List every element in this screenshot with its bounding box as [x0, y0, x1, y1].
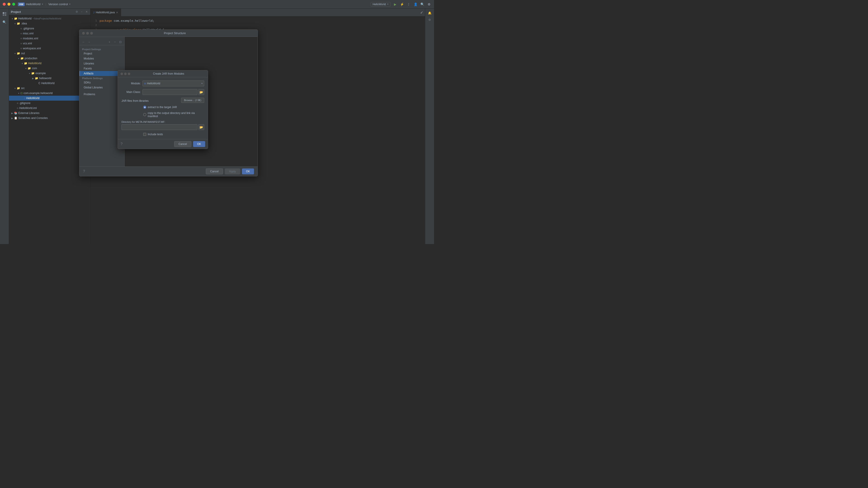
nav-item-facets[interactable]: Facets	[80, 66, 124, 71]
nav-remove-icon[interactable]: −	[113, 39, 117, 44]
main-class-browse-button[interactable]: 📂	[198, 89, 204, 95]
close-window-button[interactable]	[3, 3, 6, 6]
tree-item-example-out[interactable]: ▾ 📁 example	[9, 71, 90, 76]
activity-bar: 🔍 ⎇ ▶ 🐛 ⊞ 🔨 🔔 🧩	[0, 8, 9, 244]
account-icon[interactable]: 👤	[413, 2, 418, 6]
run-button[interactable]: ▶	[393, 2, 397, 6]
nav-copy-icon[interactable]: ⊡	[118, 39, 123, 44]
tree-item-vcs-xml[interactable]: ▾ ○ vcs.xml	[9, 41, 90, 46]
scratches-icon: 📋	[14, 117, 18, 120]
find-icon[interactable]: 🔍	[1, 19, 8, 26]
version-control-label[interactable]: Version control	[49, 2, 68, 6]
run-config-name: HelloWorld	[373, 3, 386, 6]
jar-minimize-button[interactable]	[124, 72, 127, 75]
tree-item-com-src[interactable]: ▾ ⊡ com.example.helloworld	[9, 91, 90, 96]
project-tree: ▾ 📁 HelloWorld ~/IdeaProjects/HelloWorld…	[9, 15, 90, 244]
tree-item-idea[interactable]: ▾ 📁 .idea	[9, 21, 90, 26]
nav-item-modules[interactable]: Modules	[80, 56, 124, 61]
module-dropdown-icon: ▾	[201, 82, 203, 85]
copy-radio-row[interactable]: copy to the output directory and link vi…	[121, 112, 204, 118]
jar-close-button[interactable]	[121, 72, 123, 75]
tree-item-helloworld-pkg[interactable]: ▶ 📁 helloworld	[9, 76, 90, 81]
nav-item-libraries[interactable]: Libraries	[80, 61, 124, 66]
version-control-dropdown-icon[interactable]: ▾	[69, 3, 70, 6]
extract-radio-row[interactable]: extract to the target JAR	[121, 105, 204, 109]
dialog-title-bar: Project Structure	[80, 30, 257, 37]
arrow-com-out: ▾	[24, 67, 27, 70]
tree-item-gitignore-idea[interactable]: ▾ ○ .gitignore	[9, 26, 90, 31]
tree-item-modules-xml[interactable]: ▾ ○ modules.xml	[9, 36, 90, 41]
app-project-name[interactable]: HelloWorld	[26, 2, 40, 6]
dialog-cancel-button[interactable]: Cancel	[206, 169, 223, 174]
tree-item-misc[interactable]: ▾ ○ misc.xml	[9, 31, 90, 36]
tree-item-external-libs[interactable]: ▶ 📚 External Libraries	[9, 111, 90, 116]
tree-item-helloworld-out[interactable]: ▾ 📁 HelloWorld	[9, 61, 90, 66]
create-jar-dialog: Create JAR from Modules Module: ⊞ HelloW…	[118, 70, 208, 149]
include-tests-checkbox[interactable]	[143, 133, 146, 136]
maximize-window-button[interactable]	[12, 3, 15, 6]
tree-item-out[interactable]: ▾ 📁 out	[9, 51, 90, 56]
settings-gutter-icon[interactable]: ⚙	[427, 17, 432, 22]
include-tests-row[interactable]: Include tests	[121, 133, 204, 136]
dialog-apply-button[interactable]: Apply	[225, 169, 240, 174]
editor-tab-helloworld[interactable]: J HelloWorld.java ✕	[90, 8, 121, 17]
project-gear-icon[interactable]: ⚙	[75, 10, 79, 13]
dialog-help-icon[interactable]: ?	[83, 170, 85, 174]
main-class-label: Main Class:	[121, 90, 141, 94]
copy-radio-button[interactable]	[143, 113, 146, 116]
dialog-close-button[interactable]	[82, 32, 85, 35]
tree-item-helloworld-class[interactable]: ▾ C HelloWorld	[9, 81, 90, 86]
module-select[interactable]: ⊞ HelloWorld ▾	[143, 81, 204, 86]
jar-help-icon[interactable]: ?	[121, 142, 123, 146]
tree-item-label: HelloWorld	[18, 17, 31, 20]
project-view-icon[interactable]	[1, 10, 8, 18]
main-class-input[interactable]	[143, 89, 197, 95]
project-hide-icon[interactable]: ✕	[85, 10, 88, 13]
tree-item-gitignore-root[interactable]: ▾ ○ .gitignore	[9, 101, 90, 105]
minimize-window-button[interactable]	[7, 3, 10, 6]
copy-radio-label: copy to the output directory and link vi…	[148, 112, 204, 118]
project-dropdown-icon[interactable]: ▾	[42, 3, 43, 6]
tree-item-helloworld-iml[interactable]: ▾ ○ HelloWorld.iml	[9, 105, 90, 111]
tree-item-label: vcs.xml	[23, 42, 32, 45]
tree-item-helloworld-root[interactable]: ▾ 📁 HelloWorld ~/IdeaProjects/HelloWorld	[9, 16, 90, 21]
tab-close-button[interactable]: ✕	[116, 11, 118, 14]
dialog-ok-button[interactable]: OK	[242, 169, 254, 174]
tree-item-helloworld-java[interactable]: ▾ J HelloWorld	[9, 96, 90, 101]
notifications-gutter-icon[interactable]: 🔔	[427, 10, 432, 16]
extract-radio-button[interactable]	[143, 105, 146, 109]
dialog-minimize-button[interactable]	[86, 32, 89, 35]
jar-maximize-button[interactable]	[128, 72, 130, 75]
nav-item-project[interactable]: Project	[80, 51, 124, 56]
dialog-footer: ? Cancel Apply OK	[80, 166, 257, 176]
tree-item-com-out[interactable]: ▾ 📁 com	[9, 66, 90, 71]
settings-icon[interactable]: ⚙	[427, 2, 431, 6]
project-collapse-icon[interactable]: −	[80, 10, 84, 13]
nav-add-icon[interactable]: +	[107, 39, 112, 44]
check-icon[interactable]: ✓	[420, 10, 423, 15]
more-actions-button[interactable]: ⋮	[406, 2, 411, 6]
arrow-helloworld-out: ▾	[21, 62, 24, 65]
search-everywhere-icon[interactable]: 🔍	[420, 2, 425, 6]
svg-rect-1	[5, 12, 6, 14]
editor-tabs: J HelloWorld.java ✕ ✓	[90, 8, 425, 17]
tab-file-name: HelloWorld.java	[96, 11, 115, 14]
app-logo: HW	[18, 2, 25, 6]
debug-button[interactable]: ⚡	[400, 2, 404, 6]
folder-icon: 📁	[14, 17, 18, 20]
nav-forward-icon[interactable]: →	[87, 39, 91, 44]
jar-ok-button[interactable]: OK	[193, 141, 205, 147]
dialog-maximize-button[interactable]	[90, 32, 93, 35]
tree-item-scratches[interactable]: ▶ 📋 Scratches and Consoles	[9, 116, 90, 121]
tree-item-workspace-xml[interactable]: ▾ ○ workspace.xml	[9, 46, 90, 51]
dialog-traffic-lights	[82, 32, 93, 35]
jar-cancel-button[interactable]: Cancel	[174, 141, 191, 147]
browse-button[interactable]: Browse... (⇧⌘)	[181, 98, 204, 103]
directory-input[interactable]	[121, 124, 197, 130]
tree-item-path: ~/IdeaProjects/HelloWorld	[32, 17, 61, 20]
run-config-dropdown-icon[interactable]: ▾	[387, 3, 389, 6]
nav-back-icon[interactable]: ←	[81, 39, 86, 44]
tree-item-src[interactable]: ▾ 📁 src	[9, 86, 90, 91]
directory-browse-button[interactable]: 📂	[198, 124, 204, 130]
tree-item-production[interactable]: ▾ 📁 production	[9, 56, 90, 61]
